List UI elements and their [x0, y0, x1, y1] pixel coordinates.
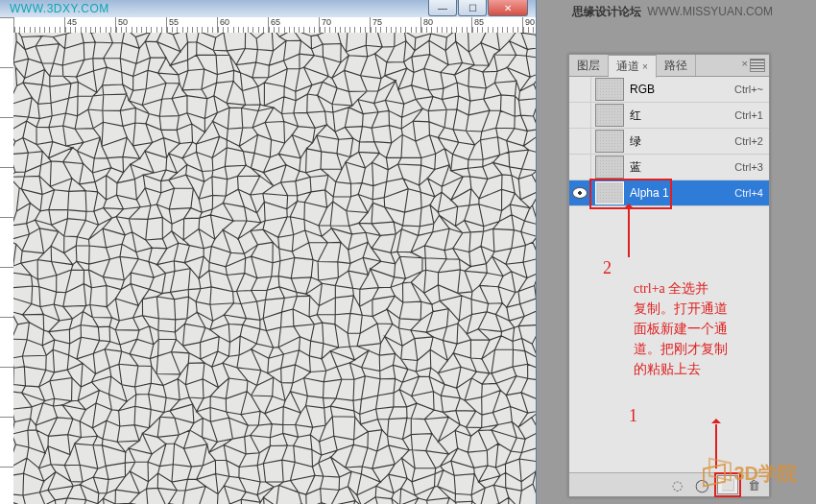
channel-list: RGBCtrl+~红Ctrl+1绿Ctrl+2蓝Ctrl+3Alpha 1Ctr… — [569, 77, 769, 206]
minimize-button[interactable]: — — [428, 0, 457, 16]
save-selection-icon[interactable]: ◯ — [692, 476, 711, 493]
visibility-toggle[interactable] — [569, 155, 591, 180]
channel-label: 蓝 — [630, 159, 734, 176]
visibility-toggle[interactable] — [569, 180, 591, 205]
title-bar: WWW.3DXY.COM — ☐ ✕ — [0, 0, 536, 17]
channel-row-4[interactable]: Alpha 1Ctrl+4 — [569, 180, 769, 206]
canvas[interactable] — [13, 33, 536, 504]
channel-shortcut: Ctrl+3 — [734, 161, 763, 173]
document-window: WWW.3DXY.COM — ☐ ✕ 455055606570758085909… — [0, 0, 537, 504]
channel-label: 绿 — [630, 133, 734, 150]
panel-menu-icon[interactable] — [750, 59, 765, 72]
maximize-button[interactable]: ☐ — [458, 0, 487, 16]
tab-layers[interactable]: 图层 — [569, 55, 609, 76]
channel-shortcut: Ctrl+2 — [734, 135, 763, 147]
watermark-right: 思缘设计论坛WWW.MISSYUAN.COM — [572, 4, 773, 20]
panel-tabs: 图层 通道× 路径 × — [569, 55, 769, 77]
channel-thumbnail — [595, 104, 624, 127]
channel-row-0[interactable]: RGBCtrl+~ — [569, 77, 769, 103]
panel-close-icon[interactable]: × — [742, 58, 748, 69]
ruler-horizontal: 4550556065707580859095 — [13, 17, 536, 34]
channel-thumbnail — [595, 78, 624, 101]
channel-thumbnail — [595, 181, 624, 204]
delete-channel-icon[interactable]: 🗑 — [744, 476, 763, 493]
channel-shortcut: Ctrl+~ — [734, 84, 763, 95]
channel-shortcut: Ctrl+4 — [734, 187, 763, 199]
close-button[interactable]: ✕ — [488, 0, 528, 16]
panel-footer: ◌ ◯ ⬜ 🗑 — [569, 472, 769, 496]
window-controls: — ☐ ✕ — [427, 0, 528, 16]
load-selection-icon[interactable]: ◌ — [667, 476, 686, 493]
visibility-toggle[interactable] — [569, 77, 591, 102]
channel-shortcut: Ctrl+1 — [734, 109, 763, 121]
channel-thumbnail — [595, 156, 624, 179]
texture-image — [13, 33, 536, 504]
channel-label: Alpha 1 — [630, 186, 734, 200]
channel-row-1[interactable]: 红Ctrl+1 — [569, 103, 769, 129]
channel-label: 红 — [630, 108, 734, 124]
channel-label: RGB — [630, 83, 734, 96]
visibility-toggle[interactable] — [569, 103, 591, 128]
visibility-toggle[interactable] — [569, 129, 591, 154]
ruler-vertical — [0, 17, 14, 504]
channel-thumbnail — [595, 130, 624, 153]
channel-row-2[interactable]: 绿Ctrl+2 — [569, 129, 769, 155]
channel-row-3[interactable]: 蓝Ctrl+3 — [569, 155, 769, 180]
tab-channels[interactable]: 通道× — [609, 55, 657, 78]
channels-panel: 图层 通道× 路径 × RGBCtrl+~红Ctrl+1绿Ctrl+2蓝Ctrl… — [568, 54, 770, 497]
watermark-left: WWW.3DXY.COM — [10, 2, 109, 15]
tab-paths[interactable]: 路径 — [657, 55, 696, 76]
new-channel-icon[interactable]: ⬜ — [717, 475, 738, 494]
